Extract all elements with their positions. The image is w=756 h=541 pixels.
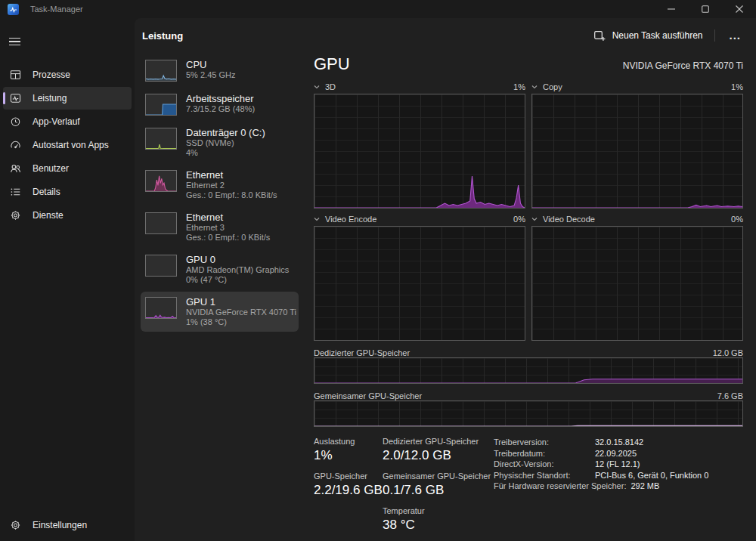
perf-item-detail: 7.3/15.2 GB (48%) [186, 104, 255, 114]
chart-value: 0% [513, 215, 525, 224]
task-manager-app-icon [8, 4, 19, 15]
chevron-down-icon[interactable] [531, 216, 538, 222]
minimize-icon [668, 5, 675, 13]
perf-item-name: Ethernet [186, 212, 270, 223]
sidebar-item-details[interactable]: Details [3, 181, 132, 203]
sidebar-item-einstellungen[interactable]: Einstellungen [3, 514, 132, 536]
sidebar-item-benutzer[interactable]: Benutzer [3, 157, 132, 180]
gpu-device-name: NVIDIA GeForce RTX 4070 Ti [623, 60, 743, 74]
details-list-icon [10, 186, 21, 198]
gpu-stats: Auslastung 1% GPU-Speicher 2.2/19.6 GB D… [314, 437, 743, 541]
run-new-task-button[interactable]: Neuen Task ausführen [587, 26, 709, 45]
sidebar-item-prozesse[interactable]: Prozesse [3, 63, 132, 86]
perf-item-gpu1[interactable]: GPU 1 NVIDIA GeForce RTX 4070 Ti 1% (38 … [141, 292, 299, 332]
sidebar-item-label: Prozesse [33, 70, 70, 80]
maximize-icon [702, 5, 709, 13]
main-header: Leistung Neuen Task ausführen ... [135, 18, 756, 48]
chart-copy [531, 94, 743, 209]
perf-item-name: Ethernet [186, 169, 277, 181]
chevron-down-icon[interactable] [531, 84, 538, 90]
spec-row-driver-date: Treiberdatum: 22.09.2025 [494, 448, 743, 459]
chart-video-encode [314, 226, 525, 341]
perf-item-cpu[interactable]: CPU 5% 2.45 GHz [141, 54, 299, 86]
perf-item-detail: SSD (NVMe) [186, 138, 265, 148]
memory-chart-scale: 7.6 GB [717, 391, 743, 400]
performance-icon [10, 92, 21, 104]
chevron-down-icon[interactable] [314, 84, 320, 90]
processes-icon [10, 69, 21, 81]
hamburger-icon [9, 38, 20, 39]
perf-item-detail: Ges.: 0 Empf.: 8.0 KBit/s [186, 190, 277, 200]
perf-item-detail: Ethernet 3 [186, 223, 270, 233]
settings-label: Einstellungen [33, 520, 87, 530]
hamburger-menu-button[interactable] [6, 30, 33, 53]
minimize-button[interactable] [654, 0, 688, 18]
spec-row-reserved-memory: Für Hardware reservierter Speicher: 292 … [494, 481, 743, 492]
titlebar: Task-Manager [0, 0, 756, 18]
sidebar: Prozesse Leistung App-Verlauf Autostart … [0, 18, 135, 541]
gpu0-mini-chart [145, 255, 177, 277]
sidebar-item-autostart[interactable]: Autostart von Apps [3, 134, 132, 156]
gpu-title: GPU [314, 54, 350, 74]
perf-item-detail: 0% (47 °C) [186, 275, 289, 285]
performance-content: CPU 5% 2.45 GHz Arbeitsspeicher 7.3/15.2… [135, 48, 756, 541]
spec-row-driver-version: Treiberversion: 32.0.15.8142 [494, 437, 743, 448]
perf-item-name: Datenträger 0 (C:) [186, 127, 265, 138]
sidebar-item-label: Autostart von Apps [33, 140, 109, 150]
perf-item-name: GPU 1 [186, 296, 294, 308]
chart-value: 1% [513, 82, 525, 91]
settings-gear-icon [10, 519, 21, 531]
perf-item-ethernet2[interactable]: Ethernet Ethernet 2 Ges.: 0 Empf.: 8.0 K… [141, 165, 299, 205]
sidebar-item-dienste[interactable]: Dienste [3, 204, 132, 227]
perf-item-detail: 1% (38 °C) [186, 317, 294, 327]
gpu-engine-charts: 3D 1% Copy 1% [314, 80, 743, 341]
sidebar-item-label: Details [33, 187, 60, 197]
chart-dedicated-memory [314, 357, 743, 384]
sidebar-item-app-verlauf[interactable]: App-Verlauf [3, 110, 132, 133]
history-icon [10, 116, 21, 128]
more-options-button[interactable]: ... [721, 30, 748, 41]
ethernet2-mini-chart [145, 170, 177, 192]
perf-item-detail: NVIDIA GeForce RTX 4070 Ti [186, 308, 294, 317]
gpu-details: GPU NVIDIA GeForce RTX 4070 Ti 3D 1% [314, 54, 743, 541]
chart-cell-video-decode: Video Decode 0% [531, 209, 743, 341]
perf-item-ethernet3[interactable]: Ethernet Ethernet 3 Ges.: 0 Empf.: 0 KBi… [141, 207, 299, 247]
perf-item-disk0[interactable]: Datenträger 0 (C:) SSD (NVMe) 4% [141, 122, 299, 162]
chart-label: 3D [325, 82, 336, 91]
chart-cell-3d: 3D 1% [314, 80, 525, 209]
sidebar-item-label: Leistung [33, 93, 67, 104]
chart-label: Video Encode [325, 215, 376, 224]
memory-chart-label: Dedizierter GPU-Speicher [314, 348, 410, 357]
chart-cell-copy: Copy 1% [531, 80, 743, 209]
new-task-icon [593, 29, 606, 42]
window-controls [654, 0, 756, 18]
chevron-down-icon[interactable] [314, 216, 320, 222]
chart-3d [314, 94, 525, 209]
ellipsis-icon: ... [729, 29, 741, 42]
window-title: Task-Manager [30, 5, 83, 14]
close-button[interactable] [722, 0, 756, 18]
memory-chart-label: Gemeinsamer GPU-Speicher [314, 391, 422, 400]
perf-item-gpu0[interactable]: GPU 0 AMD Radeon(TM) Graphics 0% (47 °C) [141, 249, 299, 289]
memory-chart-scale: 12.0 GB [713, 348, 743, 357]
stat-utilization: Auslastung 1% [314, 437, 383, 463]
memory-mini-chart [145, 94, 177, 116]
shared-memory-header: Gemeinsamer GPU-Speicher 7.6 GB [314, 391, 743, 400]
perf-item-detail: 5% 2.45 GHz [186, 70, 235, 80]
chart-shared-memory [314, 400, 743, 427]
sidebar-item-leistung[interactable]: Leistung [3, 87, 132, 110]
main-panel: Leistung Neuen Task ausführen ... CPU 5%… [135, 18, 756, 541]
dedicated-memory-header: Dedizierter GPU-Speicher 12.0 GB [314, 348, 743, 357]
header-actions: Neuen Task ausführen ... [587, 26, 748, 45]
perf-item-name: GPU 0 [186, 254, 289, 265]
sidebar-item-label: Benutzer [33, 163, 69, 174]
stat-shared-memory: Gemeinsamer GPU-Speicher 0.1/7.6 GB [383, 471, 494, 498]
perf-item-detail: AMD Radeon(TM) Graphics [186, 265, 289, 275]
maximize-button[interactable] [688, 0, 722, 18]
spec-row-directx: DirectX-Version: 12 (FL 12.1) [494, 459, 743, 470]
performance-list: CPU 5% 2.45 GHz Arbeitsspeicher 7.3/15.2… [142, 54, 299, 541]
chart-label: Video Decode [543, 215, 595, 224]
services-gear-icon [10, 209, 21, 221]
perf-item-memory[interactable]: Arbeitsspeicher 7.3/15.2 GB (48%) [141, 88, 299, 120]
gpu1-mini-chart [145, 297, 177, 319]
